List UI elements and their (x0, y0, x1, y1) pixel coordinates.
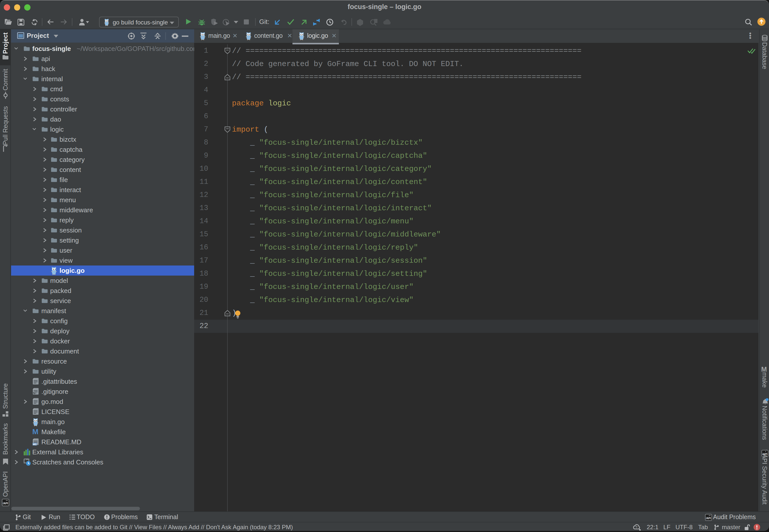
svg-text:/API: /API (706, 517, 711, 520)
svg-text:/API: /API (3, 502, 8, 505)
svg-text:MD: MD (33, 443, 37, 446)
svg-text:?: ? (635, 525, 637, 529)
